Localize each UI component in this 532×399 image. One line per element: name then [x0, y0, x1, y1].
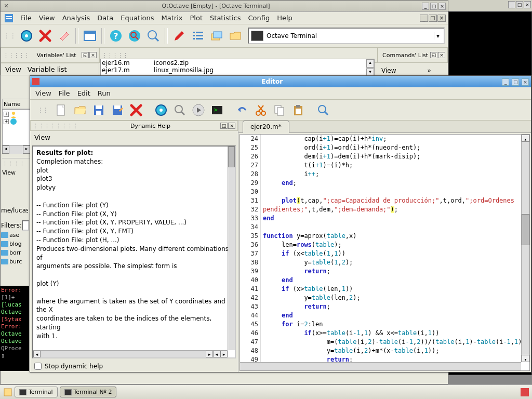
zoom-icon[interactable] [145, 28, 162, 44]
menu-view[interactable]: View [5, 65, 21, 73]
taskbar-button-terminal[interactable]: Terminal [15, 387, 58, 397]
folder-icon [1, 232, 8, 238]
paste-icon[interactable] [290, 102, 307, 118]
file-item[interactable]: ejer16.m [102, 59, 154, 66]
scrollbar-v[interactable] [228, 147, 235, 350]
code-content[interactable]: cap(i+1)=cap(i)+h*inv; ord(i+1)=ord(i)+h… [261, 135, 529, 370]
mdi-minimize-icon[interactable]: _ [420, 15, 428, 22]
eraser-icon[interactable] [56, 28, 72, 44]
scrollbar-v[interactable]: ▴▾ [366, 59, 374, 77]
menu-help[interactable]: Help [277, 14, 292, 22]
tree-item[interactable]: + [4, 118, 29, 125]
minimize-button[interactable]: _ [508, 1, 515, 8]
undo-icon[interactable] [234, 102, 250, 118]
menu-run[interactable]: Run [98, 89, 111, 97]
delete-x-icon[interactable] [37, 28, 54, 44]
close-icon[interactable]: × [228, 123, 235, 129]
menu-edit[interactable]: Edit [77, 89, 90, 97]
folder-icon[interactable] [227, 28, 244, 44]
menu-view[interactable]: View [34, 134, 50, 141]
filters-input[interactable] [22, 220, 29, 231]
menu-plot[interactable]: Plot [190, 14, 203, 22]
scrollbar-h[interactable]: ◂▸◂▸ [33, 350, 228, 357]
undock-icon[interactable]: ◱ [82, 52, 89, 58]
menu-view[interactable]: View [381, 67, 396, 74]
expand-icon[interactable]: » [427, 67, 431, 74]
terminal-selector[interactable]: Octave Terminal ▾ [248, 28, 445, 44]
show-desktop-icon[interactable] [3, 388, 12, 397]
search-icon[interactable] [315, 102, 331, 118]
help-line: -- Function File: plot (X, Y, PROPERTY, … [36, 218, 232, 227]
editor-titlebar[interactable]: Editor _ □ × [30, 76, 531, 87]
window-icon[interactable] [82, 28, 98, 44]
menu-file[interactable]: File [20, 14, 32, 22]
search-help-icon[interactable] [126, 28, 143, 44]
close-icon[interactable]: × [89, 52, 97, 58]
taskbar-button-terminal-2[interactable]: Terminal Nº 2 [60, 387, 117, 397]
close-file-icon[interactable] [128, 102, 144, 118]
close-button[interactable]: × [524, 1, 531, 8]
tray-icon[interactable] [521, 388, 529, 396]
list-item[interactable]: blog [1, 240, 29, 248]
maximize-button[interactable]: □ [516, 1, 523, 8]
list-item[interactable]: ase [1, 231, 29, 240]
editor-tab[interactable]: ejer20.m* [243, 121, 289, 133]
new-file-icon[interactable] [53, 102, 70, 118]
menu-data[interactable]: Data [97, 14, 113, 22]
menu-statistics[interactable]: Statistics [210, 14, 241, 22]
maximize-icon[interactable]: □ [512, 78, 519, 86]
file-item[interactable]: iconos2.zip [154, 59, 206, 66]
menu-config[interactable]: Config [248, 14, 270, 22]
column-header[interactable]: Name [4, 101, 20, 108]
minimize-icon[interactable]: _ [502, 78, 509, 86]
open-file-icon[interactable] [72, 102, 88, 118]
gear-icon[interactable] [153, 102, 169, 118]
undock-icon[interactable]: ◱ [220, 123, 228, 129]
file-item[interactable]: ejer17.m [102, 66, 154, 74]
list-item[interactable]: borr [1, 248, 29, 257]
stop-help-checkbox[interactable] [34, 363, 42, 370]
menu-analysis[interactable]: Analysis [62, 14, 90, 22]
main-titlebar[interactable]: ✕ QtOctave [Empty] - [Octave Terminal] _… [1, 1, 448, 12]
svg-line-13 [155, 38, 158, 41]
copy-icon[interactable] [271, 102, 288, 118]
minimize-icon[interactable]: _ [422, 3, 429, 10]
save-icon[interactable] [90, 102, 107, 118]
menu-matrix[interactable]: Matrix [162, 14, 183, 22]
undock-icon[interactable]: ◱ [430, 52, 437, 58]
close-icon[interactable]: × [438, 52, 445, 58]
file-item[interactable]: linux_mimosilla.jpg [154, 66, 206, 74]
close-icon[interactable]: × [522, 78, 529, 86]
menu-view[interactable]: View [2, 169, 16, 176]
menu-equations[interactable]: Equations [121, 14, 154, 22]
save-as-icon[interactable] [109, 102, 126, 118]
scrollbar-v[interactable]: ▴ ▾ [521, 135, 529, 362]
editor-menubar: View File Edit Run [30, 87, 531, 100]
run-icon[interactable] [190, 102, 207, 118]
terminal-icon[interactable]: >_ [209, 102, 225, 118]
stack-icon[interactable] [208, 28, 225, 44]
find-icon[interactable] [171, 102, 188, 118]
tree-item[interactable]: + [4, 111, 29, 118]
mdi-close-icon[interactable]: × [437, 15, 446, 22]
gear-icon[interactable] [18, 28, 35, 44]
help-icon[interactable]: ? [108, 28, 124, 44]
scrollbar-h[interactable] [240, 362, 521, 370]
list-item[interactable]: burc [1, 257, 29, 266]
maximize-icon[interactable]: □ [430, 3, 437, 10]
close-icon[interactable]: × [438, 3, 446, 10]
list-icon[interactable] [190, 28, 206, 44]
menu-view[interactable]: View [35, 89, 51, 97]
mdi-maximize-icon[interactable]: □ [429, 15, 437, 22]
file-list[interactable]: ejer16.miconos2.zip ejer17.mlinux_mimosi… [100, 59, 375, 77]
help-content[interactable]: Results for plot: Completion matches: pl… [32, 145, 236, 358]
menu-view[interactable]: View [39, 14, 55, 22]
chevron-down-icon[interactable]: ▾ [434, 32, 442, 39]
menu-file[interactable]: File [59, 89, 70, 97]
close-icon[interactable]: ✕ [3, 3, 10, 9]
menu-variable-list[interactable]: Variable list [28, 65, 67, 73]
taskbar-label: Terminal Nº 2 [74, 389, 112, 395]
pencil-icon[interactable] [171, 28, 188, 44]
cut-icon[interactable] [252, 102, 269, 118]
code-editor[interactable]: 2425262728293031323334353637383940414243… [240, 134, 530, 371]
